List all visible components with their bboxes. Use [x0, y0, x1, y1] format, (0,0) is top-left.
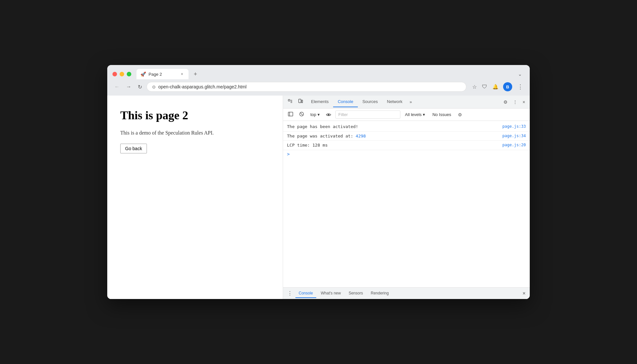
devtools-more-button[interactable]: ⋮ [511, 98, 519, 106]
no-issues-badge: No Issues [430, 111, 454, 118]
console-output: The page has been activated! page.js:33 … [283, 121, 530, 287]
log-source-2[interactable]: page.js:34 [502, 133, 526, 139]
extension-button[interactable]: 🛡 [481, 83, 488, 90]
new-tab-button[interactable]: + [191, 70, 200, 79]
console-eye-button[interactable] [324, 111, 333, 118]
close-traffic-light[interactable] [112, 72, 117, 76]
svg-rect-6 [288, 112, 293, 116]
console-sidebar-button[interactable] [286, 110, 295, 119]
maximize-traffic-light[interactable] [127, 72, 131, 76]
bottom-tab-rendering[interactable]: Rendering [368, 289, 392, 298]
log-message-2-value: 4298 [356, 134, 366, 138]
chrome-menu-button[interactable]: ⋮ [516, 83, 525, 91]
url-bar[interactable]: ⊙ open-chalk-asparagus.glitch.me/page2.h… [147, 82, 466, 92]
bottom-tab-whats-new[interactable]: What's new [318, 289, 344, 298]
console-settings-button[interactable]: ⚙ [456, 111, 464, 118]
console-level-selector[interactable]: All levels ▾ [403, 111, 427, 118]
title-bar: 🚀 Page 2 × + ⌄ [107, 65, 530, 79]
active-tab[interactable]: 🚀 Page 2 × [136, 69, 188, 79]
devtools-bottom-bar: ⋮ Console What's new Sensors Rendering × [283, 287, 530, 299]
devtools-tab-console[interactable]: Console [333, 97, 358, 107]
bottom-tab-sensors[interactable]: Sensors [345, 289, 366, 298]
devtools-header: Elements Console Sources Network » ⚙ ⋮ × [283, 96, 530, 109]
url-text: open-chalk-asparagus.glitch.me/page2.htm… [158, 84, 461, 89]
devtools-tab-sources[interactable]: Sources [358, 97, 383, 107]
bottom-tab-console[interactable]: Console [295, 289, 316, 298]
page-heading: This is page 2 [120, 109, 270, 122]
console-level-label: All levels [405, 112, 422, 117]
devtools-tab-network[interactable]: Network [383, 97, 407, 107]
profile-button[interactable]: B [503, 82, 512, 91]
log-message-1: The page has been activated! [287, 124, 499, 130]
address-bar: ← → ↻ ⊙ open-chalk-asparagus.glitch.me/p… [107, 79, 530, 96]
devtools-more-tabs[interactable]: » [407, 98, 414, 106]
browser-window: 🚀 Page 2 × + ⌄ ← → ↻ ⊙ open-chalk-aspara… [107, 65, 530, 299]
page-subtitle: This is a demo of the Speculation Rules … [120, 130, 270, 136]
console-filter-input[interactable] [335, 110, 400, 119]
drawer-menu-button[interactable]: ⋮ [286, 289, 294, 297]
devtools-tabs: Elements Console Sources Network » [306, 97, 500, 107]
console-toolbar: top ▾ All levels ▾ No Issues ⚙ [283, 109, 530, 121]
tab-close-button[interactable]: × [179, 72, 185, 77]
devtools-inspect-icon[interactable] [286, 98, 295, 106]
drawer-close-button[interactable]: × [521, 290, 527, 297]
go-back-button[interactable]: Go back [120, 144, 147, 153]
url-actions: ☆ 🛡 🔔 B ⋮ [472, 82, 525, 91]
tab-title: Page 2 [149, 72, 177, 77]
console-context-label: top [310, 112, 316, 117]
page-content: This is page 2 This is a demo of the Spe… [107, 96, 283, 299]
console-log-entry-1: The page has been activated! page.js:33 [283, 122, 530, 132]
traffic-lights [112, 72, 131, 76]
reload-button[interactable]: ↻ [136, 83, 144, 91]
log-message-3: LCP time: 128 ms [287, 142, 499, 149]
svg-rect-4 [299, 99, 301, 103]
svg-rect-0 [288, 99, 290, 101]
console-log-entry-3: LCP time: 128 ms page.js:20 [283, 141, 530, 150]
console-prompt: > [283, 150, 530, 158]
devtools-panel: Elements Console Sources Network » ⚙ ⋮ × [283, 96, 530, 299]
forward-button[interactable]: → [124, 83, 133, 91]
tab-row: 🚀 Page 2 × + ⌄ [112, 69, 525, 79]
devtools-settings-button[interactable]: ⚙ [501, 98, 510, 106]
log-message-2: The page was activated at: 4298 [287, 133, 499, 139]
tab-favicon-icon: 🚀 [140, 72, 146, 77]
log-source-1[interactable]: page.js:33 [502, 124, 526, 129]
back-button[interactable]: ← [112, 83, 122, 91]
devtools-header-actions: ⚙ ⋮ × [501, 98, 527, 106]
devtools-close-button[interactable]: × [521, 98, 527, 106]
console-context-dropdown-icon: ▾ [318, 112, 320, 117]
log-message-2-prefix: The page was activated at: [287, 134, 356, 138]
console-context-selector[interactable]: top ▾ [308, 111, 322, 118]
log-source-3[interactable]: page.js:20 [502, 142, 526, 148]
tab-dropdown-button[interactable]: ⌄ [515, 70, 525, 78]
console-prompt-arrow: > [287, 151, 290, 157]
svg-point-10 [328, 114, 330, 115]
svg-rect-5 [302, 100, 303, 103]
console-level-dropdown-icon: ▾ [423, 112, 425, 117]
security-icon: ⊙ [152, 84, 156, 89]
devtools-tab-elements[interactable]: Elements [306, 97, 333, 107]
minimize-traffic-light[interactable] [120, 72, 124, 76]
svg-line-9 [301, 113, 303, 115]
console-log-entry-2: The page was activated at: 4298 page.js:… [283, 132, 530, 141]
console-clear-button[interactable] [297, 110, 306, 119]
devtools-device-icon[interactable] [296, 98, 305, 106]
bookmark-button[interactable]: ☆ [472, 83, 477, 91]
cast-button[interactable]: 🔔 [492, 83, 499, 90]
content-area: This is page 2 This is a demo of the Spe… [107, 96, 530, 299]
